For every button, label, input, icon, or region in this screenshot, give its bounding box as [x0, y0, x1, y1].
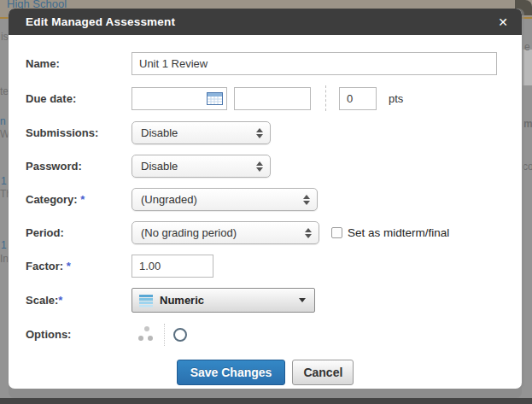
required-asterisk: *: [58, 294, 62, 307]
background-bottom-band: [0, 398, 532, 404]
password-select[interactable]: Disable: [132, 155, 271, 178]
scale-row: Scale:* Numeric: [26, 288, 505, 313]
factor-label: Factor: *: [26, 260, 132, 272]
period-row: Period: (No grading period) Set as midte…: [26, 221, 505, 244]
background-text-fragment: m: [523, 118, 532, 130]
options-label: Options:: [26, 328, 132, 341]
scale-selected-value: Numeric: [160, 294, 204, 307]
dialog-body: Name: Due date: pts Submissions:: [9, 35, 522, 385]
scale-label: Scale:*: [26, 294, 132, 307]
dialog-title: Edit Managed Assessment: [26, 15, 175, 28]
dots-cluster-icon[interactable]: [136, 326, 155, 343]
password-selected-value: Disable: [141, 160, 178, 173]
due-date-label: Due date:: [26, 92, 132, 105]
midterm-final-checkbox[interactable]: [331, 227, 342, 238]
select-updown-icon: [249, 161, 263, 172]
period-selected-value: (No grading period): [141, 226, 237, 239]
cancel-button[interactable]: Cancel: [292, 360, 354, 385]
select-updown-icon: [296, 195, 310, 205]
name-row: Name:: [26, 52, 505, 75]
edit-assessment-dialog: Edit Managed Assessment ✕ Name: Due date…: [9, 9, 522, 389]
save-changes-button[interactable]: Save Changes: [177, 360, 286, 385]
name-input[interactable]: [132, 52, 497, 75]
password-label: Password:: [26, 160, 132, 173]
category-label: Category: *: [26, 193, 132, 206]
submissions-selected-value: Disable: [141, 126, 178, 139]
background-text-fragment: te: [0, 85, 9, 97]
scale-icon: [139, 294, 153, 307]
submissions-select[interactable]: Disable: [132, 121, 271, 144]
points-input[interactable]: [339, 87, 377, 110]
required-asterisk: *: [80, 193, 85, 206]
points-suffix-label: pts: [389, 92, 403, 105]
select-updown-icon: [249, 128, 263, 138]
category-select[interactable]: (Ungraded): [132, 188, 318, 211]
background-text-fragment: e: [524, 41, 530, 53]
background-text-fragment: co: [523, 161, 532, 173]
options-row: Options:: [26, 323, 505, 346]
background-text-fragment: 1: [1, 175, 7, 187]
submissions-row: Submissions: Disable: [26, 121, 505, 144]
background-text-fragment: is: [1, 31, 9, 43]
password-row: Password: Disable: [26, 155, 505, 178]
category-row: Category: * (Ungraded): [26, 188, 505, 211]
circle-option-icon[interactable]: [173, 328, 187, 342]
calendar-icon[interactable]: [207, 92, 223, 105]
period-label: Period:: [26, 226, 132, 239]
dialog-footer: Save Changes Cancel: [26, 360, 505, 385]
factor-row: Factor: *: [26, 255, 505, 278]
due-date-field-wrap: [132, 87, 227, 110]
close-icon[interactable]: ✕: [498, 16, 508, 28]
dialog-header: Edit Managed Assessment ✕: [9, 9, 522, 35]
category-selected-value: (Ungraded): [141, 193, 197, 206]
dashed-divider: [325, 85, 326, 111]
select-updown-icon: [298, 228, 312, 238]
chevron-down-icon: [299, 298, 306, 302]
required-asterisk: *: [67, 260, 71, 272]
background-card-sliver: [523, 50, 532, 85]
submissions-label: Submissions:: [26, 126, 132, 139]
dotted-divider: [164, 324, 165, 346]
factor-input[interactable]: [132, 255, 213, 278]
background-text-fragment: 1: [1, 239, 7, 251]
name-label: Name:: [26, 57, 132, 70]
due-time-input[interactable]: [234, 87, 311, 110]
due-date-row: Due date: pts: [26, 85, 505, 111]
scale-dropdown[interactable]: Numeric: [132, 288, 315, 313]
midterm-final-label: Set as midterm/final: [348, 226, 449, 239]
period-select[interactable]: (No grading period): [132, 221, 319, 244]
